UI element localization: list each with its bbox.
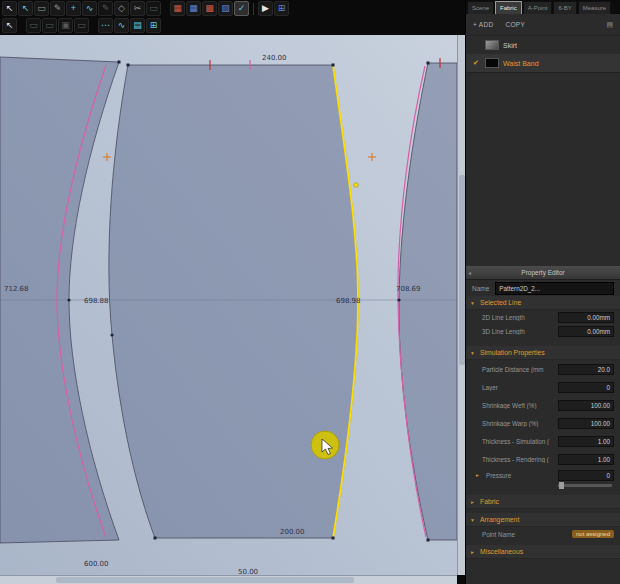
- fabric-name: Skirt: [503, 42, 615, 49]
- texture-checker-tool-1[interactable]: ▦: [170, 1, 185, 16]
- property-row: Point Name not assigned: [466, 527, 620, 541]
- chevron-down-icon: ▾: [471, 300, 477, 306]
- property-row: 2D Line Length 0.00mm: [466, 310, 620, 324]
- seam-allowance-tool[interactable]: ▭: [146, 1, 161, 16]
- property-value: 0.00mm: [558, 326, 614, 337]
- select-sewing-tool[interactable]: ↖: [2, 18, 17, 33]
- property-label: Point Name: [482, 531, 568, 538]
- tab-measure[interactable]: Measure: [578, 1, 611, 14]
- section-fabric[interactable]: ▸ Fabric: [466, 495, 620, 509]
- tab-fabric[interactable]: Fabric: [495, 1, 522, 14]
- fabric-actions: + ADD COPY ▤: [466, 14, 620, 36]
- section-miscellaneous[interactable]: ▸ Miscellaneous: [466, 545, 620, 559]
- pattern-name-input[interactable]: Pattern2D_2...: [495, 282, 614, 295]
- property-row: Thickness - Rendering ( 1.00: [466, 450, 620, 468]
- section-simulation-properties[interactable]: ▾ Simulation Properties: [466, 346, 620, 360]
- toolbar-row-1: ↖ ↖ ▭ ✎ + ∿ ✎ ◇ ✂ ▭ ▦ ▦ ▩ ▨ ✓ ▶ ⊞: [0, 0, 465, 17]
- pattern-tool-c[interactable]: ▣: [58, 18, 73, 33]
- show-grid-tool[interactable]: ⊞: [146, 18, 161, 33]
- edit-pattern-tool[interactable]: ▭: [34, 1, 49, 16]
- grainline-check-tool[interactable]: ✓: [234, 1, 249, 16]
- property-row: Particle Distance (mm 20.0: [466, 360, 620, 378]
- property-row: Layer 0: [466, 378, 620, 396]
- panel-gap: [466, 338, 620, 346]
- property-label: Layer: [482, 384, 554, 391]
- property-label: 3D Line Length: [482, 328, 554, 335]
- pattern-tool-a[interactable]: ▭: [26, 18, 41, 33]
- collapse-panel-icon[interactable]: ◂: [468, 269, 471, 276]
- horizontal-scrollbar[interactable]: [0, 575, 457, 584]
- measurement-left-inner: 698.88: [84, 297, 109, 305]
- vertical-scrollbar[interactable]: [457, 35, 465, 575]
- simulate-button[interactable]: ▶: [258, 1, 273, 16]
- dart-tool[interactable]: ◇: [114, 1, 129, 16]
- pressure-row: ▸ Pressure 0: [466, 468, 620, 482]
- name-label: Name: [472, 285, 489, 292]
- tab-6-by[interactable]: 6-BY: [553, 1, 576, 14]
- section-selected-line[interactable]: ▾ Selected Line: [466, 296, 620, 310]
- property-row: Thickness - Simulation ( 1.00: [466, 432, 620, 450]
- texture-checker-tool-4[interactable]: ▨: [218, 1, 233, 16]
- fabric-check-icon[interactable]: ✔: [471, 59, 481, 67]
- curve-point-yellow[interactable]: [354, 183, 358, 187]
- add-fabric-button[interactable]: + ADD: [473, 21, 493, 28]
- pattern-tool-b[interactable]: ▭: [42, 18, 57, 33]
- tab-scene[interactable]: Scene: [467, 1, 494, 14]
- section-title: Simulation Properties: [480, 349, 545, 356]
- property-label: 2D Line Length: [482, 314, 554, 321]
- sync-3d-button[interactable]: ⊞: [274, 1, 289, 16]
- transform-pattern-tool[interactable]: ↖: [18, 1, 33, 16]
- fabric-row-skirt[interactable]: Skirt: [466, 36, 620, 54]
- pattern-tool-d[interactable]: ▭: [74, 18, 89, 33]
- shrinkage-warp-input[interactable]: 100.00: [558, 418, 614, 429]
- measurement-top-width: 240.00: [262, 54, 287, 62]
- horizontal-scrollbar-thumb[interactable]: [56, 577, 354, 583]
- add-point-tool[interactable]: +: [66, 1, 81, 16]
- layer-input[interactable]: 0: [558, 382, 614, 393]
- section-title: Fabric: [480, 498, 499, 505]
- texture-checker-tool-3[interactable]: ▩: [202, 1, 217, 16]
- particle-distance-input[interactable]: 20.0: [558, 364, 614, 375]
- property-label: Pressure: [486, 472, 554, 479]
- chevron-down-icon: ▾: [471, 517, 477, 523]
- pressure-slider[interactable]: [558, 484, 612, 487]
- measurement-bottom-width: 200.00: [280, 528, 305, 536]
- pressure-slider-row: [466, 482, 620, 491]
- shrinkage-weft-input[interactable]: 100.00: [558, 400, 614, 411]
- measurement-bottom-left: 600.00: [84, 560, 109, 568]
- property-label: Shrinkage Weft (%): [482, 402, 554, 409]
- scissors-tool[interactable]: ✂: [130, 1, 145, 16]
- property-label: Thickness - Rendering (: [482, 456, 554, 463]
- property-label: Thickness - Simulation (: [482, 438, 554, 445]
- pattern-canvas[interactable]: 240.00 712.68 698.88 698.98 708.69 200.0…: [0, 35, 457, 575]
- free-sewing-tool[interactable]: ∿: [114, 18, 129, 33]
- pressure-slider-handle[interactable]: [559, 482, 564, 489]
- chevron-right-icon[interactable]: ▸: [476, 472, 482, 478]
- pressure-input[interactable]: 0: [558, 470, 614, 481]
- section-title: Arrangement: [480, 516, 519, 523]
- list-options-icon[interactable]: ▤: [606, 21, 613, 29]
- property-row: Shrinkage Weft (%) 100.00: [466, 396, 620, 414]
- select-tool[interactable]: ↖: [2, 1, 17, 16]
- tab-a-point[interactable]: A-Point: [523, 1, 553, 14]
- property-editor-title: Property Editor: [521, 269, 564, 276]
- panel-spacer: [466, 73, 620, 266]
- right-panel: Scene Fabric A-Point 6-BY Measure + ADD …: [465, 0, 620, 584]
- panel-tabs: Scene Fabric A-Point 6-BY Measure: [466, 0, 620, 14]
- fabric-thumbnail: [485, 40, 499, 50]
- edit-point-tool[interactable]: ✎: [50, 1, 65, 16]
- segment-sewing-tool[interactable]: ⋯: [98, 18, 113, 33]
- measurement-selected-curve: 698.98: [336, 297, 361, 305]
- thickness-rendering-input[interactable]: 1.00: [558, 454, 614, 465]
- property-label: Shrinkage Warp (%): [482, 420, 554, 427]
- fabric-row-waist-band[interactable]: ✔ Waist Band: [466, 54, 620, 72]
- thickness-simulation-input[interactable]: 1.00: [558, 436, 614, 447]
- measurement-right: 708.69: [396, 285, 421, 293]
- edit-curvature-tool[interactable]: ∿: [82, 1, 97, 16]
- texture-checker-tool-2[interactable]: ▦: [186, 1, 201, 16]
- edit-sewing-tool[interactable]: ▤: [130, 18, 145, 33]
- pattern-piece-center[interactable]: [109, 65, 358, 538]
- copy-fabric-button[interactable]: COPY: [505, 21, 525, 28]
- section-arrangement[interactable]: ▾ Arrangement: [466, 513, 620, 527]
- pen-tool[interactable]: ✎: [98, 1, 113, 16]
